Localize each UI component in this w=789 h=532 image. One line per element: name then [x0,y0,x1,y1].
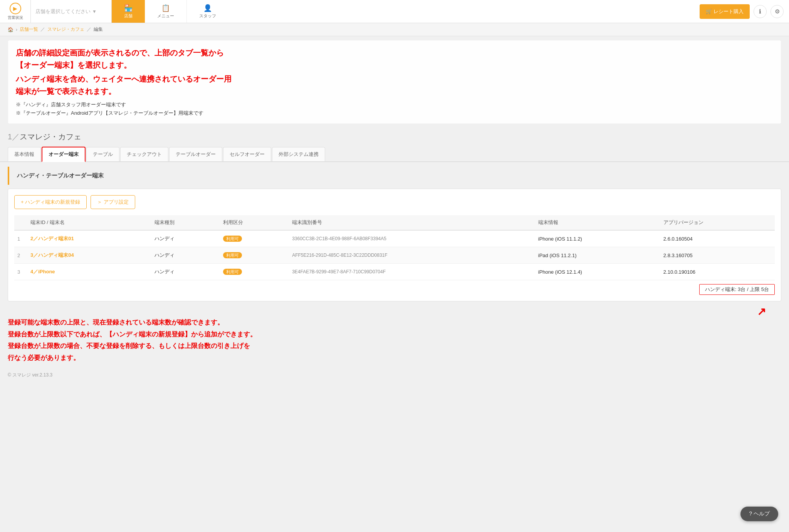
nav-right: 🛒 レシート購入 ℹ ⚙ [694,0,789,23]
cell-uuid: 3360CC3B-2C1B-4E09-988F-6AB08F3394A5 [287,230,534,247]
tab-order-terminal[interactable]: オーダー端末 [42,147,86,162]
annotation-note1: ※『ハンディ』店舗スタッフ用オーダー端末です [16,100,773,109]
annotation-container: 店舗の詳細設定画面が表示されるので、上部のタブ一覧から 【オーダー端末】を選択し… [8,40,781,124]
store-select-text: 店舗を選択してください [35,8,91,15]
tab-self-order[interactable]: セルフオーダー [223,147,271,161]
arrow-indicator: ↗ [757,305,766,318]
annotation-sub-text: ハンディ端末を含め、ウェイターへ連携されているオーダー用 端末が一覧で表示されま… [16,73,773,97]
nav-tabs: 🏪 店舗 📋 メニュー 👤 スタッフ [112,0,228,23]
bottom-text-3: 登録台数が上限数の場合、不要な登録を削除する、もしくは上限台数の引き上げを [8,340,781,352]
breadcrumb-sep-0: › [16,27,17,32]
nav-tab-store[interactable]: 🏪 店舗 [112,0,145,23]
tab-checkout[interactable]: チェックアウト [120,147,168,161]
bottom-text-4: 行なう必要があります。 [8,352,781,364]
copyright: © スマレジ ver.2.13.3 [8,372,52,378]
cell-usage: 利用可 [218,264,287,280]
col-header-device-id: 端末ID / 端末名 [26,215,150,230]
detail-tabs: 基本情報 オーダー端末 テーブル チェックアウト テーブルオーダー セルフオーダ… [0,142,789,162]
table-row: 1 2／ハンディ端末01 ハンディ 利用可 3360CC3B-2C1B-4E09… [14,230,775,247]
staff-tab-label: スタッフ [199,13,216,19]
col-header-uuid: 端末識別番号 [287,215,534,230]
cell-row-num: 3 [14,264,26,280]
breadcrumb: 🏠 › 店舗一覧 ／ スマレジ・カフェ ／ 編集 [0,23,789,36]
tab-table[interactable]: テーブル [86,147,119,161]
col-header-device-info: 端末情報 [534,215,659,230]
cell-app-version: 2.6.0.160504 [659,230,775,247]
cell-row-num: 2 [14,247,26,264]
cell-uuid: AFF5E216-291D-485C-8E12-3C22DDD0831F [287,247,534,264]
section-heading: ハンディ・テーブルオーダー端末 [8,167,781,185]
cell-device-id[interactable]: 3／ハンディ端末04 [26,247,150,264]
info-icon-button[interactable]: ℹ [754,5,767,18]
cell-usage: 利用可 [218,247,287,264]
nav-tab-staff[interactable]: 👤 スタッフ [187,0,228,23]
home-icon: 🏠 [8,27,13,32]
tab-table-order[interactable]: テーブルオーダー [169,147,222,161]
nav-tab-menu[interactable]: 📋 メニュー [145,0,187,23]
table-card: + ハンディ端末の新規登録 ＞ アプリ設定 端末ID / 端末名 端末種別 利用… [8,189,781,301]
page-title: スマレジ・カフェ [20,132,81,141]
breadcrumb-cafe[interactable]: スマレジ・カフェ [47,26,84,33]
device-count-summary: ハンディ端末: 3台 / 上限 5台 [699,284,775,295]
cell-app-version: 2.10.0.190106 [659,264,775,280]
bottom-annotation: ↗ 登録可能な端末数の上限と、現在登録されている端末数が確認できます。 登録台数… [0,305,789,368]
page-number: 1／ [8,132,20,141]
cell-device-id[interactable]: 2／ハンディ端末01 [26,230,150,247]
table-row: 3 4／iPhone ハンディ 利用可 3E4FAE7B-9299-49E7-8… [14,264,775,280]
breadcrumb-sep-2: ／ [87,26,91,33]
annotation-main-text: 店舗の詳細設定画面が表示されるので、上部のタブ一覧から 【オーダー端末】を選択し… [16,47,773,71]
cell-device-info: iPhone (iOS 12.1.4) [534,264,659,280]
gear-icon-button[interactable]: ⚙ [771,5,784,18]
app-setting-button[interactable]: ＞ アプリ設定 [91,195,135,209]
cell-device-info: iPad (iOS 11.2.1) [534,247,659,264]
staff-tab-icon: 👤 [203,4,212,12]
cell-device-type: ハンディ [150,230,219,247]
action-bar: + ハンディ端末の新規登録 ＞ アプリ設定 [14,195,775,209]
page-header: 1／スマレジ・カフェ [0,128,789,142]
menu-tab-icon: 📋 [161,4,170,12]
col-header-app-version: アプリバージョン [659,215,775,230]
device-table: 端末ID / 端末名 端末種別 利用区分 端末識別番号 端末情報 アプリバージョ… [14,215,775,280]
summary-row: ハンディ端末: 3台 / 上限 5台 [14,280,775,295]
cell-device-type: ハンディ [150,247,219,264]
chevron-down-icon: ▼ [92,9,97,14]
store-tab-label: 店舗 [124,13,133,19]
cell-usage: 利用可 [218,230,287,247]
status-label: 営業状況 [8,15,23,20]
col-header-usage: 利用区分 [218,215,287,230]
menu-tab-label: メニュー [157,13,174,19]
receipt-purchase-button[interactable]: 🛒 レシート購入 [700,4,750,19]
tab-basic-info[interactable]: 基本情報 [8,147,41,161]
cell-row-num: 1 [14,230,26,247]
store-tab-icon: 🏪 [124,4,133,12]
page-number-title: 1／スマレジ・カフェ [8,132,781,142]
cell-uuid: 3E4FAE7B-9299-49E7-8AF7-710C99D0704F [287,264,534,280]
bottom-text-1: 登録可能な端末数の上限と、現在登録されている端末数が確認できます。 [8,317,781,329]
cell-device-info: iPhone (iOS 11.1.2) [534,230,659,247]
breadcrumb-store-list[interactable]: 店舗一覧 [20,26,38,33]
footer: © スマレジ ver.2.13.3 [0,368,789,382]
col-header-device-type: 端末種別 [150,215,219,230]
store-selector[interactable]: 店舗を選択してください ▼ [31,0,112,23]
bottom-text-2: 登録台数が上限数以下であれば、【ハンディ端末の新規登録】から追加ができます。 [8,329,781,341]
breadcrumb-edit: 編集 [94,26,103,33]
col-header-rownum [14,215,26,230]
status-play-icon: ▶ [10,3,21,14]
nav-status: ▶ 営業状況 [0,0,31,23]
breadcrumb-sep-1: ／ [40,26,45,33]
cell-device-id[interactable]: 4／iPhone [26,264,150,280]
register-handy-button[interactable]: + ハンディ端末の新規登録 [14,195,87,209]
top-nav: ▶ 営業状況 店舗を選択してください ▼ 🏪 店舗 📋 メニュー 👤 スタッフ … [0,0,789,23]
table-row: 2 3／ハンディ端末04 ハンディ 利用可 AFF5E216-291D-485C… [14,247,775,264]
annotation-note2: ※『テーブルオーダー』Androidアプリ【スマレジ・テーブルオーダー】用端末で… [16,109,773,117]
cell-app-version: 2.8.3.160705 [659,247,775,264]
cell-device-type: ハンディ [150,264,219,280]
tab-external-system[interactable]: 外部システム連携 [272,147,325,161]
